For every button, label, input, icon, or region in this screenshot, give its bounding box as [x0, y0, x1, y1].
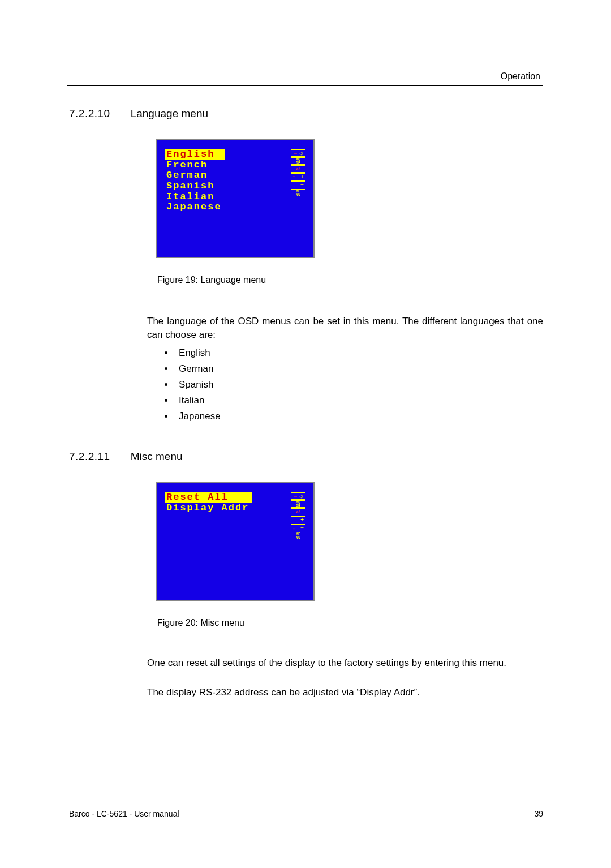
figure-19-caption: Figure 19: Language menu [157, 275, 266, 285]
figure-misc-menu: Reset All Display Addr →☼ MO DE ↵ ↑+ ↓− … [156, 482, 315, 601]
language-paragraph: The language of the OSD menus can be set… [147, 315, 543, 342]
page-number: 39 [534, 809, 543, 818]
misc-paragraph-2: The display RS-232 address can be adjust… [147, 686, 543, 699]
osd-nav-mode[interactable]: MO DE [291, 157, 306, 165]
section-number: 7.2.2.11 [69, 450, 110, 463]
osd-item-english[interactable]: English [165, 149, 225, 160]
running-header: Operation [501, 71, 540, 81]
footer-title: Barco - LC-5621 - User manual [69, 809, 428, 818]
osd-item-reset-all[interactable]: Reset All [165, 492, 252, 503]
header-rule [67, 85, 543, 86]
figure-language-menu: English French German Spanish Italian Ja… [156, 139, 315, 258]
bullet-german: German [174, 363, 543, 375]
osd-nav-down[interactable]: ↓− [291, 181, 306, 188]
osd-item-japanese[interactable]: Japanese [165, 202, 225, 213]
osd-item-spanish[interactable]: Spanish [165, 181, 225, 192]
osd-item-german[interactable]: German [165, 170, 225, 181]
bullet-italian: Italian [174, 395, 543, 406]
section-heading-misc: 7.2.2.11 Misc menu [69, 450, 183, 463]
osd-nav-panel: →☼ MO DE ↵ ↑+ ↓− ME NU [291, 492, 306, 539]
misc-paragraph-1: One can reset all settings of the displa… [147, 656, 543, 670]
osd-nav-mode[interactable]: MO DE [291, 500, 306, 508]
osd-item-italian[interactable]: Italian [165, 192, 225, 203]
bullet-spanish: Spanish [174, 379, 543, 390]
bullet-english: English [174, 347, 543, 359]
language-bullet-list: English German Spanish Italian Japanese [147, 347, 543, 427]
osd-nav-down[interactable]: ↓− [291, 524, 306, 531]
osd-misc-list: Reset All Display Addr [165, 492, 252, 513]
osd-nav-enter[interactable]: ↵ [291, 508, 306, 515]
osd-nav-panel: →☼ MO DE ↵ ↑+ ↓− ME NU [291, 149, 306, 196]
osd-nav-enter[interactable]: ↵ [291, 165, 306, 173]
section-title: Language menu [131, 108, 208, 120]
osd-item-display-addr[interactable]: Display Addr [165, 503, 252, 514]
osd-item-french[interactable]: French [165, 160, 225, 171]
section-heading-language: 7.2.2.10 Language menu [69, 108, 208, 120]
osd-nav-up[interactable]: ↑+ [291, 173, 306, 181]
osd-nav-menu[interactable]: ME NU [291, 532, 306, 539]
figure-20-caption: Figure 20: Misc menu [157, 618, 244, 628]
osd-nav-brightness[interactable]: →☼ [291, 492, 306, 500]
osd-nav-up[interactable]: ↑+ [291, 516, 306, 523]
bullet-japanese: Japanese [174, 411, 543, 422]
section-number: 7.2.2.10 [69, 108, 110, 120]
osd-nav-menu[interactable]: ME NU [291, 189, 306, 196]
osd-nav-brightness[interactable]: →☼ [291, 149, 306, 157]
section-title: Misc menu [131, 450, 183, 463]
page-footer: Barco - LC-5621 - User manual 39 [69, 809, 543, 818]
osd-language-list: English French German Spanish Italian Ja… [165, 149, 225, 213]
